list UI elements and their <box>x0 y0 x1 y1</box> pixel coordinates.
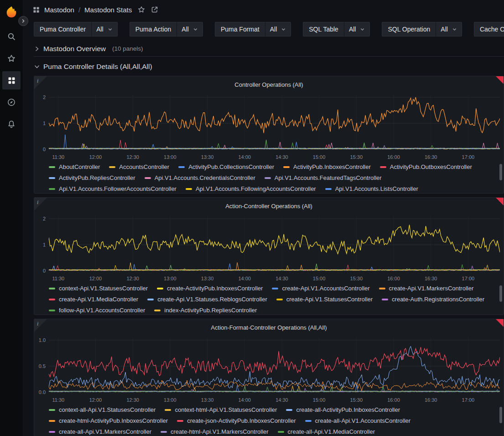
x-tick-label: 16:30 <box>425 154 437 160</box>
series-label: Api.V1.Accounts.FollowerAccountsControll… <box>59 185 177 192</box>
variable-value-dropdown[interactable]: All <box>436 22 462 37</box>
breadcrumb-folder-link[interactable]: Mastodon <box>44 6 74 14</box>
variable-value-dropdown[interactable]: All <box>344 22 370 37</box>
legend-item[interactable]: Api.V1.Accounts.ListsController <box>325 185 418 192</box>
legend-item[interactable]: Api.V1.Accounts.FeaturedTagsController <box>265 174 382 181</box>
y-tick-label: 0.5 <box>39 363 46 369</box>
share-dashboard-button[interactable] <box>151 6 158 13</box>
series-label: create-html-ActivityPub.InboxesControlle… <box>59 417 168 424</box>
timeseries-canvas[interactable] <box>49 336 500 396</box>
panel-title[interactable]: Controller Operations (All) <box>38 79 500 93</box>
variable-value-dropdown[interactable]: All <box>91 22 118 37</box>
info-icon[interactable]: i <box>37 320 38 327</box>
legend-item[interactable]: create-Api.V1.StatusesController <box>276 296 373 303</box>
sidebar-item-search[interactable] <box>2 27 21 46</box>
legend-scrollbar[interactable] <box>499 407 502 423</box>
sidebar-item-dashboards[interactable] <box>2 71 21 89</box>
info-icon[interactable]: i <box>37 199 38 206</box>
legend-item[interactable]: create-Api.V1.AccountsController <box>272 285 369 292</box>
legend-item[interactable]: create-all-Api.V1.MarkersController <box>49 428 151 435</box>
legend-item[interactable]: create-Api.V1.Statuses.ReblogsController <box>147 296 267 303</box>
series-label: create-all-Api.V1.MarkersController <box>59 428 151 435</box>
legend-item[interactable]: create-all-ActivityPub.InboxesController <box>286 406 400 413</box>
sidebar-item-explore[interactable] <box>2 93 21 111</box>
legend-scrollbar[interactable] <box>499 164 502 180</box>
series-label: create-ActivityPub.InboxesController <box>167 285 263 292</box>
legend-item[interactable]: follow-Api.V1.AccountsController <box>49 307 145 314</box>
series-label: ActivityPub.InboxesController <box>293 163 371 170</box>
legend-item[interactable]: create-Api.V1.MediaController <box>49 296 138 303</box>
legend-item[interactable]: create-ActivityPub.InboxesController <box>157 285 263 292</box>
legend-item[interactable]: context-Api.V1.StatusesController <box>49 285 148 292</box>
series-color-swatch <box>161 431 167 433</box>
series-color-swatch <box>49 288 55 289</box>
variable-value-dropdown[interactable]: All <box>265 22 291 37</box>
variable-label[interactable]: Puma Format <box>215 22 265 37</box>
x-tick-label: 16:30 <box>425 397 437 403</box>
legend-item[interactable]: Api.V1.Accounts.FollowingAccountsControl… <box>186 185 316 192</box>
legend-item[interactable]: ActivityPub.RepliesController <box>49 174 135 181</box>
legend-item[interactable]: ActivityPub.InboxesController <box>283 163 371 170</box>
sidebar-expand-toggle[interactable] <box>18 16 28 26</box>
series-color-swatch <box>265 177 271 179</box>
x-tick-label: 11:30 <box>52 276 64 281</box>
panel-info-corner[interactable] <box>34 76 47 89</box>
variable-label[interactable]: Puma Controller <box>34 22 91 37</box>
panel-title[interactable]: Action-Controller Operations (All) <box>38 200 500 214</box>
legend-item[interactable]: Api.V1.Accounts.FollowerAccountsControll… <box>49 185 177 192</box>
legend-item[interactable]: context-html-Api.V1.StatusesController <box>165 406 277 413</box>
legend-item[interactable]: create-all-Api.V1.AccountsController <box>305 417 411 424</box>
x-tick-label: 12:00 <box>89 397 102 403</box>
panel-error-corner-icon[interactable] <box>496 319 504 327</box>
legend-item[interactable]: Api.V1.Accounts.CredentialsController <box>145 174 255 181</box>
star-dashboard-button[interactable] <box>138 6 145 13</box>
legend-item[interactable]: create-html-ActivityPub.InboxesControlle… <box>49 417 168 424</box>
y-tick-label: 0 <box>43 147 46 152</box>
timeseries-canvas[interactable] <box>49 214 500 274</box>
timeseries-plot[interactable] <box>49 93 500 153</box>
legend-item[interactable]: AboutController <box>49 163 100 170</box>
panel-error-corner-icon[interactable] <box>496 198 504 205</box>
chevron-right-icon <box>34 46 40 52</box>
grafana-app: Mastodon / Mastodon Stats Puma Controlle… <box>0 0 504 436</box>
sidebar <box>0 0 23 436</box>
timeseries-canvas[interactable] <box>49 93 500 153</box>
breadcrumb-current-dashboard[interactable]: Mastodon Stats <box>84 6 132 14</box>
variable-label[interactable]: Puma Action <box>130 22 177 37</box>
grafana-logo[interactable] <box>4 5 19 19</box>
timeseries-plot[interactable] <box>49 336 500 396</box>
sidebar-item-alerting[interactable] <box>2 115 21 133</box>
x-tick-label: 13:30 <box>201 276 214 281</box>
variable-label[interactable]: SQL Operation <box>382 22 436 37</box>
legend-item[interactable]: create-all-Api.V1.MediaController <box>278 428 375 435</box>
legend-item[interactable]: create-json-ActivityPub.InboxesControlle… <box>177 417 296 424</box>
row-mastodon-overview[interactable]: Mastodon Overview (10 panels) <box>34 41 504 57</box>
legend-item[interactable]: AccountsController <box>109 163 169 170</box>
legend-scrollbar[interactable] <box>499 285 502 302</box>
series-label: ActivityPub.RepliesController <box>59 174 135 181</box>
panel-error-corner-icon[interactable] <box>496 76 504 84</box>
variable-label[interactable]: SQL Table <box>303 22 344 37</box>
legend-item[interactable]: context-all-Api.V1.StatusesController <box>49 406 156 413</box>
legend-item[interactable]: create-Api.V1.MarkersController <box>379 285 474 292</box>
row-puma-controller-details[interactable]: Puma Controller Details (All,All,All) <box>34 59 504 74</box>
series-color-swatch <box>177 420 183 422</box>
variable-label[interactable]: Cache Operation <box>474 22 504 37</box>
legend-item[interactable]: ActivityPub.OutboxesController <box>380 163 472 170</box>
legend-item[interactable]: create-Auth.RegistrationsController <box>382 296 484 303</box>
panel-info-corner[interactable] <box>34 198 47 210</box>
legend-item[interactable]: ActivityPub.CollectionsController <box>178 163 274 170</box>
panel-title[interactable]: Action-Format-Controller Operations (All… <box>38 322 500 336</box>
x-tick-label: 14:00 <box>238 276 251 281</box>
sidebar-item-starred[interactable] <box>2 49 21 68</box>
info-icon[interactable]: i <box>37 78 38 84</box>
timeseries-plot[interactable] <box>49 214 500 274</box>
share-icon <box>151 6 158 13</box>
legend-item[interactable]: index-ActivityPub.RepliesController <box>154 307 257 314</box>
x-tick-label: 14:30 <box>275 154 288 160</box>
series-color-swatch <box>382 299 388 300</box>
panel-info-corner[interactable] <box>34 319 47 332</box>
legend-item[interactable]: create-html-Api.V1.MarkersController <box>161 428 269 435</box>
x-tick-label: 16:00 <box>387 397 400 403</box>
variable-value-dropdown[interactable]: All <box>177 22 203 37</box>
